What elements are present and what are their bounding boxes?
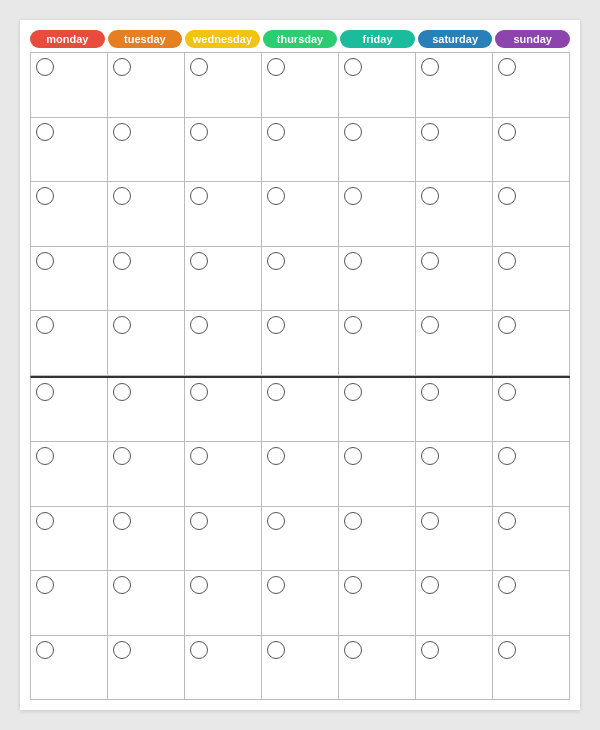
cell-circle [421,252,439,270]
calendar-cell [31,247,108,312]
calendar-cell [339,118,416,183]
calendar-cell [493,571,570,636]
cell-circle [113,641,131,659]
cell-circle [498,187,516,205]
cell-circle [421,576,439,594]
cell-circle [267,316,285,334]
calendar-cell [185,571,262,636]
calendar-cell [416,507,493,572]
calendar-cell [339,182,416,247]
calendar-cell [493,636,570,701]
calendar-cell [108,53,185,118]
calendar-cell [262,53,339,118]
calendar-cell [493,182,570,247]
calendar-cell [339,507,416,572]
calendar-cell [108,378,185,443]
calendar-cell [185,507,262,572]
cell-circle [267,641,285,659]
calendar-cell [31,442,108,507]
cell-circle [113,252,131,270]
calendar-cell [31,311,108,376]
cell-circle [190,512,208,530]
calendar-cell [262,442,339,507]
day-header-thursday: thursday [263,30,338,48]
cell-circle [344,641,362,659]
day-header-friday: friday [340,30,415,48]
cell-circle [267,123,285,141]
calendar-cell [339,53,416,118]
cell-circle [190,252,208,270]
cell-circle [267,447,285,465]
cell-circle [421,58,439,76]
calendar-cell [185,247,262,312]
cell-circle [498,641,516,659]
cell-circle [498,123,516,141]
cell-circle [190,316,208,334]
cell-circle [421,641,439,659]
calendar-cell [493,53,570,118]
calendar-cell [416,53,493,118]
calendar-cell [31,182,108,247]
day-header-monday: monday [30,30,105,48]
calendar-wrapper: mondaytuesdaywednesdaythursdayfridaysatu… [20,20,580,710]
calendar-cell [339,378,416,443]
calendar-cell [416,182,493,247]
calendar-cell [262,378,339,443]
calendar-cell [108,182,185,247]
day-header-tuesday: tuesday [108,30,183,48]
calendar-cell [262,636,339,701]
calendar-cell [108,118,185,183]
calendar-cell [108,442,185,507]
cell-circle [36,187,54,205]
cell-circle [421,383,439,401]
calendar-cell [185,378,262,443]
cell-circle [267,383,285,401]
day-header-sunday: sunday [495,30,570,48]
cell-circle [113,316,131,334]
cell-circle [498,252,516,270]
calendar-cell [31,636,108,701]
cell-circle [36,576,54,594]
calendar-cell [108,636,185,701]
calendar-cell [416,311,493,376]
cell-circle [190,383,208,401]
calendar-cell [339,636,416,701]
cell-circle [421,316,439,334]
cell-circle [344,123,362,141]
calendar-cell [339,247,416,312]
cell-circle [498,383,516,401]
calendar-cell [416,118,493,183]
calendar-cell [416,636,493,701]
cell-circle [113,383,131,401]
cell-circle [113,58,131,76]
cell-circle [498,58,516,76]
cell-circle [421,123,439,141]
calendar-cell [31,507,108,572]
calendar-cell [108,311,185,376]
calendar-cell [185,53,262,118]
cell-circle [190,58,208,76]
calendar-cell [108,571,185,636]
cell-circle [113,512,131,530]
calendar-cell [493,311,570,376]
cell-circle [36,58,54,76]
cell-circle [36,512,54,530]
cell-circle [113,187,131,205]
cell-circle [36,447,54,465]
cell-circle [344,512,362,530]
cell-circle [267,58,285,76]
calendar-cell [108,247,185,312]
cell-circle [190,123,208,141]
calendar-cell [31,53,108,118]
cell-circle [36,383,54,401]
grids-container [30,52,570,700]
calendar-cell [339,311,416,376]
calendar-cell [185,118,262,183]
cell-circle [498,576,516,594]
cell-circle [113,447,131,465]
cell-circle [190,187,208,205]
calendar-cell [185,442,262,507]
cell-circle [267,512,285,530]
cell-circle [36,252,54,270]
calendar-cell [31,571,108,636]
